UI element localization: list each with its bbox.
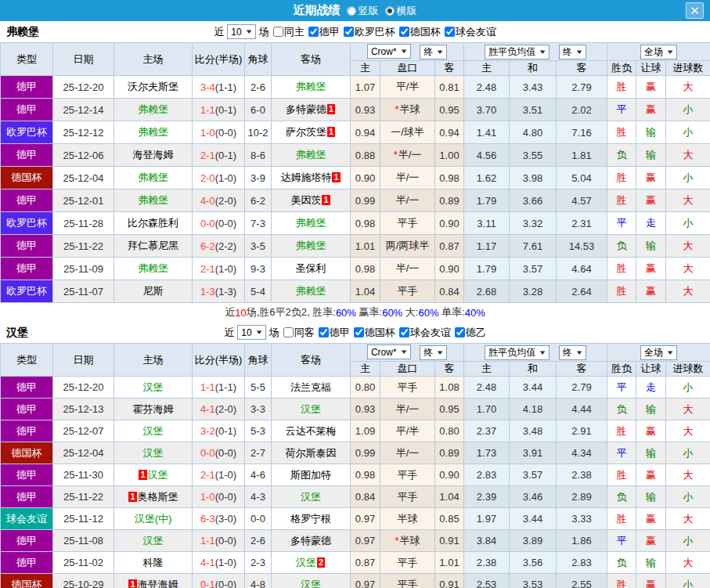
odds-time-select[interactable]: 终▼	[420, 345, 447, 360]
match-count-select[interactable]: 10▼	[227, 24, 255, 39]
league-checkbox[interactable]	[399, 27, 409, 37]
league-filter-德国杯[interactable]: 德国杯	[395, 25, 441, 39]
euro-draw-odds: 4.18	[510, 399, 557, 420]
home-team: 弗赖堡	[114, 258, 193, 280]
radio-icon[interactable]	[385, 6, 395, 16]
result-winlose: 平	[607, 99, 636, 121]
match-type: 德国杯	[1, 167, 53, 189]
odds-time-select[interactable]: 终▼	[420, 45, 447, 60]
col-corner: 角球	[245, 344, 272, 377]
league-filter-欧罗巴杯[interactable]: 欧罗巴杯	[340, 25, 395, 39]
crow-away-odds: 0.80	[435, 420, 464, 442]
period-select[interactable]: 全场▼	[640, 345, 677, 360]
euro-home-odds: 1.41	[464, 121, 510, 144]
euro-draw-odds: 7.61	[510, 235, 557, 258]
league-filter-球会友谊[interactable]: 球会友谊	[441, 25, 496, 39]
section-hamburg: 汉堡 近 10▼ 场 同客 德甲德国杯球会友谊德乙	[0, 322, 710, 588]
same-venue-filter[interactable]: 同客	[279, 326, 315, 340]
euro-draw-odds: 3.53	[510, 574, 557, 588]
league-checkbox[interactable]	[354, 327, 364, 337]
crow-away-odds: 1.01	[435, 552, 464, 574]
crow-away-odds: 0.87	[435, 235, 464, 258]
home-team: 尼斯	[114, 280, 193, 303]
match-type: 德甲	[1, 464, 53, 486]
away-team: 格罗宁根	[272, 508, 351, 530]
league-filter-德甲[interactable]: 德甲	[305, 25, 340, 39]
match-type: 德甲	[1, 530, 53, 552]
europe-odds-select[interactable]: 胜平负均值▼	[485, 45, 550, 60]
corners: 4-3	[245, 486, 272, 508]
away-team: 汉堡	[272, 486, 351, 508]
match-type: 德甲	[1, 144, 53, 167]
handicap: 两/两球半	[380, 235, 435, 258]
same-venue-checkbox[interactable]	[273, 27, 283, 37]
league-checkbox[interactable]	[319, 327, 329, 337]
euro-away-odds: 2.02	[557, 99, 607, 121]
league-filter-德乙[interactable]: 德乙	[451, 326, 486, 340]
same-venue-filter[interactable]: 同主	[269, 25, 305, 39]
handicap: 平手	[380, 212, 435, 235]
corners: 4-8	[245, 574, 272, 588]
away-team: 法兰克福	[272, 377, 351, 399]
col-away: 客场	[272, 344, 351, 377]
euro-draw-odds: 3.46	[510, 486, 557, 508]
euro-draw-odds: 3.44	[510, 377, 557, 399]
away-team: 弗赖堡	[272, 212, 351, 235]
league-filter-label: 球会友谊	[456, 25, 496, 39]
league-checkbox[interactable]	[344, 27, 354, 37]
league-checkbox[interactable]	[399, 327, 409, 337]
crow-home-odds: 0.98	[351, 258, 380, 280]
same-venue-checkbox[interactable]	[283, 327, 294, 337]
chevron-down-icon: ▼	[244, 28, 253, 35]
league-filter-德国杯[interactable]: 德国杯	[350, 326, 395, 340]
match-count-select[interactable]: 10▼	[237, 325, 265, 340]
crow-away-odds: 0.81	[435, 76, 464, 99]
match-type: 德甲	[1, 189, 53, 212]
euro-home-odds: 2.83	[464, 464, 510, 486]
bookmaker-select[interactable]: Crow*▼	[367, 44, 411, 59]
league-checkbox[interactable]	[455, 327, 465, 337]
col-type: 类型	[1, 344, 53, 377]
europe-time-select[interactable]: 终▼	[559, 345, 586, 360]
match-date: 25-11-22	[53, 235, 114, 258]
crow-home-odds: 0.99	[351, 189, 380, 212]
euro-away-odds: 2.91	[557, 420, 607, 442]
handicap: 平/半	[380, 76, 435, 99]
europe-time-select[interactable]: 终▼	[559, 45, 586, 60]
away-team: 弗赖堡	[272, 144, 351, 167]
radio-icon[interactable]	[347, 6, 356, 16]
crow-home-odds: 0.97	[351, 530, 380, 552]
period-select[interactable]: 全场▼	[640, 45, 677, 60]
col-handicap: 盘口	[380, 61, 435, 76]
home-team: 1海登海姆	[114, 574, 193, 588]
league-checkbox[interactable]	[308, 27, 319, 37]
chevron-down-icon: ▼	[254, 329, 263, 336]
home-advantage-badge: 1	[139, 470, 146, 480]
result-goals: 大	[666, 235, 710, 258]
games-label: 场	[259, 25, 269, 39]
freiburg-filter-row: 弗赖堡 近 10▼ 场 同主 德甲欧罗巴杯德国杯球会友谊	[0, 21, 710, 42]
league-filter-label: 德乙	[466, 326, 486, 340]
bookmaker-select[interactable]: Crow*▼	[367, 345, 411, 359]
europe-odds-select[interactable]: 胜平负均值▼	[485, 345, 550, 360]
chevron-down-icon: ▼	[539, 49, 547, 56]
summary-text: 近	[225, 305, 235, 319]
close-icon[interactable]: ✕	[686, 2, 704, 19]
radio-horizontal-layout[interactable]: 横版	[385, 4, 417, 18]
crow-away-odds: 0.84	[435, 280, 464, 303]
summary-text: 单率:	[438, 305, 464, 319]
euro-draw-odds: 3.57	[510, 258, 557, 280]
league-filter-德甲[interactable]: 德甲	[315, 326, 350, 340]
crow-away-odds: 0.95	[435, 399, 464, 420]
crow-home-odds: 0.80	[351, 377, 380, 399]
crow-home-odds: 0.98	[351, 212, 380, 235]
euro-home-odds: 1.62	[464, 167, 510, 189]
result-handicap: 输	[636, 442, 666, 464]
result-winlose: 胜	[607, 121, 636, 144]
corners: 3-9	[245, 167, 272, 189]
radio-vertical-layout[interactable]: 竖版	[347, 4, 379, 18]
league-filter-球会友谊[interactable]: 球会友谊	[395, 326, 451, 340]
result-goals: 大	[666, 280, 710, 303]
handicap: *半球	[380, 99, 435, 121]
league-checkbox[interactable]	[445, 27, 455, 37]
